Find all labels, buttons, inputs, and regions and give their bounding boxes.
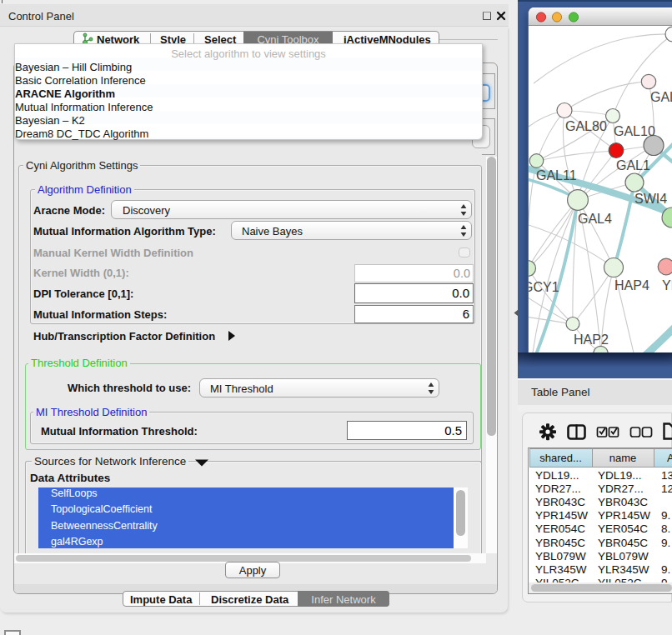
svg-text:HAP4: HAP4	[614, 278, 649, 292]
svg-text:GAL80: GAL80	[565, 119, 607, 133]
svg-text:GAL7: GAL7	[650, 90, 672, 104]
svg-text:YL: YL	[662, 278, 672, 292]
svg-text:GAL11: GAL11	[536, 168, 577, 182]
svg-text:GAL4: GAL4	[578, 212, 612, 226]
svg-text:SWI4: SWI4	[634, 192, 667, 206]
svg-text:HAP2: HAP2	[574, 332, 609, 347]
svg-text:GAL10: GAL10	[614, 124, 655, 138]
svg-text:GAL1: GAL1	[616, 158, 650, 172]
svg-text:GCY1: GCY1	[529, 280, 559, 294]
